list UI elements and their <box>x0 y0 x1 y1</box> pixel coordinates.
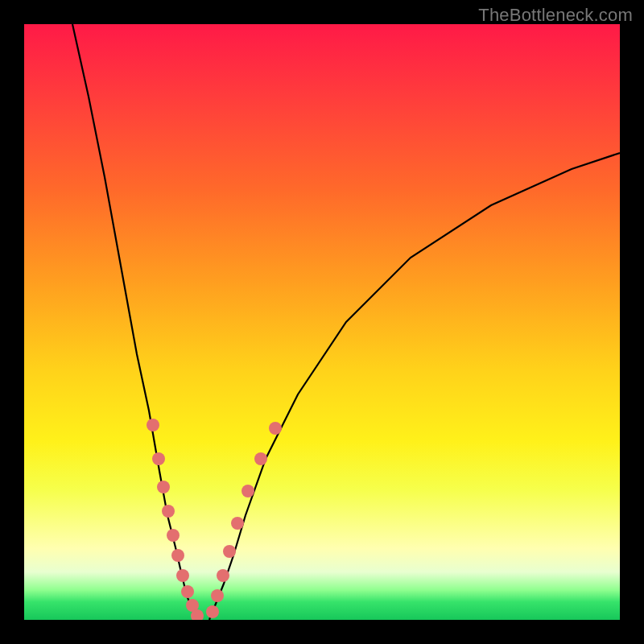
data-bead <box>231 517 244 530</box>
data-bead <box>152 452 165 465</box>
data-bead <box>171 549 184 562</box>
data-bead <box>217 569 229 582</box>
plot-area <box>24 24 620 620</box>
data-bead <box>147 419 159 431</box>
data-bead <box>242 485 254 497</box>
data-bead <box>269 422 282 435</box>
data-beads <box>147 419 282 620</box>
chart-frame: TheBottleneck.com <box>0 0 644 644</box>
watermark-text: TheBottleneck.com <box>478 5 633 26</box>
left-curve <box>72 24 201 620</box>
data-bead <box>176 569 189 582</box>
data-bead <box>223 545 236 558</box>
curve-layer <box>24 24 620 620</box>
data-bead <box>167 529 180 542</box>
data-bead <box>254 452 267 465</box>
data-bead <box>162 505 175 518</box>
data-bead <box>211 589 224 602</box>
right-curve <box>209 153 620 620</box>
data-bead <box>157 481 170 493</box>
data-bead <box>181 585 194 598</box>
data-bead <box>206 605 219 618</box>
